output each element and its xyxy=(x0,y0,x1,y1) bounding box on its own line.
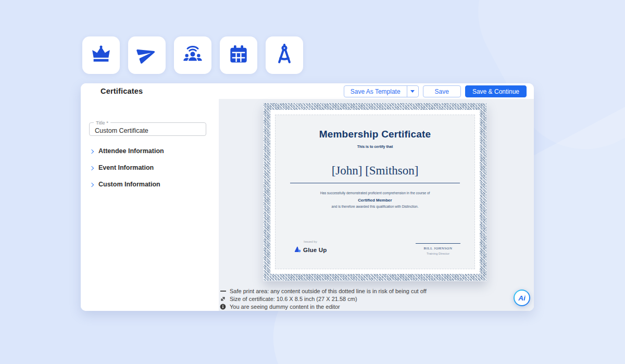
save-as-template-split-button: Save As Template xyxy=(344,85,419,97)
drafting-compass-icon xyxy=(274,44,295,67)
ai-assistant-button[interactable]: Ai xyxy=(514,290,530,306)
certificate-body-line1[interactable]: Has successfully demonstrated proficient… xyxy=(276,191,474,195)
crown-icon xyxy=(91,44,111,67)
calendar-icon xyxy=(228,44,249,67)
issuer-name-text: Glue Up xyxy=(303,247,327,253)
sidebar-section-label: Event Information xyxy=(98,164,154,171)
certificate-title-text[interactable]: Membership Certificate xyxy=(276,129,474,140)
note-certificate-size: Size of certificate: 10.6 X 8.5 inch (27… xyxy=(220,295,357,302)
glueup-logo-icon xyxy=(294,245,301,255)
save-and-continue-button[interactable]: Save & Continue xyxy=(465,85,527,97)
signatory-title-text: Training Director xyxy=(416,252,460,255)
nav-card-calendar[interactable] xyxy=(220,36,257,74)
sidebar-section-event-information[interactable]: Event Information xyxy=(90,164,154,172)
module-nav xyxy=(82,36,303,74)
certificates-panel: Certificates Save As Template Save Save … xyxy=(81,83,534,311)
nav-card-events[interactable] xyxy=(174,36,211,74)
sidebar-section-label: Custom Information xyxy=(98,181,160,188)
certificate-preview-area: Membership Certificate This is to certif… xyxy=(219,99,534,311)
paper-plane-icon xyxy=(136,44,157,67)
page-title: Certificates xyxy=(101,87,143,95)
certificate-subtitle-text[interactable]: This is to certify that xyxy=(276,145,474,148)
panel-header: Certificates Save As Template Save Save … xyxy=(81,83,534,99)
nav-card-campaigns[interactable] xyxy=(128,36,166,74)
signatory-name-text: BILL JOHNSON xyxy=(416,246,460,250)
audience-broadcast-icon xyxy=(182,44,203,67)
title-input[interactable] xyxy=(90,127,194,136)
info-icon xyxy=(220,304,226,310)
certificate-canvas[interactable]: Membership Certificate This is to certif… xyxy=(263,103,487,281)
resize-icon xyxy=(220,296,226,302)
safe-print-area: Membership Certificate This is to certif… xyxy=(275,115,475,269)
chevron-right-icon xyxy=(90,182,94,186)
issuer-block[interactable]: Issued by Glue Up xyxy=(294,240,327,255)
sidebar-section-custom-information[interactable]: Custom Information xyxy=(90,180,160,189)
recipient-name-text[interactable]: [John] [Smithson] xyxy=(276,164,474,178)
award-title-text[interactable]: Certified Member xyxy=(276,198,474,203)
editor-sidebar: Title * Attendee Information Event Infor… xyxy=(81,99,219,311)
save-as-template-menu-button[interactable] xyxy=(407,86,418,97)
signature-block[interactable]: BILL JOHNSON Training Director xyxy=(416,243,460,255)
note-safe-print-area: Safe print area: any content outside of … xyxy=(220,287,427,294)
nav-card-projects[interactable] xyxy=(266,36,303,74)
issued-by-label: Issued by xyxy=(304,240,327,243)
certificate-ornamental-border: Membership Certificate This is to certif… xyxy=(263,103,487,281)
save-as-template-button[interactable]: Save As Template xyxy=(344,86,407,97)
ai-logo: Ai xyxy=(518,294,526,302)
name-underline xyxy=(290,183,460,183)
note-text: Size of certificate: 10.6 X 8.5 inch (27… xyxy=(230,296,357,302)
nav-card-membership[interactable] xyxy=(82,36,120,74)
signature-line xyxy=(416,243,460,244)
save-button[interactable]: Save xyxy=(423,85,461,97)
app-window: Certificates Save As Template Save Save … xyxy=(0,0,625,364)
certificate-paper: Membership Certificate This is to certif… xyxy=(270,110,480,274)
sidebar-section-label: Attendee Information xyxy=(98,147,164,155)
sidebar-section-attendee-information[interactable]: Attendee Information xyxy=(90,147,164,155)
header-actions: Save As Template Save Save & Continue xyxy=(344,85,527,97)
note-dummy-content: You are seeing dummy content in the edit… xyxy=(220,303,340,310)
note-text: You are seeing dummy content in the edit… xyxy=(230,304,340,310)
chevron-right-icon xyxy=(90,166,94,170)
chevron-down-icon xyxy=(410,90,415,93)
title-field-wrapper: Title * xyxy=(89,120,206,136)
title-field-label: Title * xyxy=(94,120,110,125)
dashed-line-icon xyxy=(220,291,226,292)
chevron-right-icon xyxy=(90,149,94,153)
note-text: Safe print area: any content outside of … xyxy=(230,288,427,294)
certificate-body-line2[interactable]: and is therefore awarded this qualificat… xyxy=(276,205,474,208)
